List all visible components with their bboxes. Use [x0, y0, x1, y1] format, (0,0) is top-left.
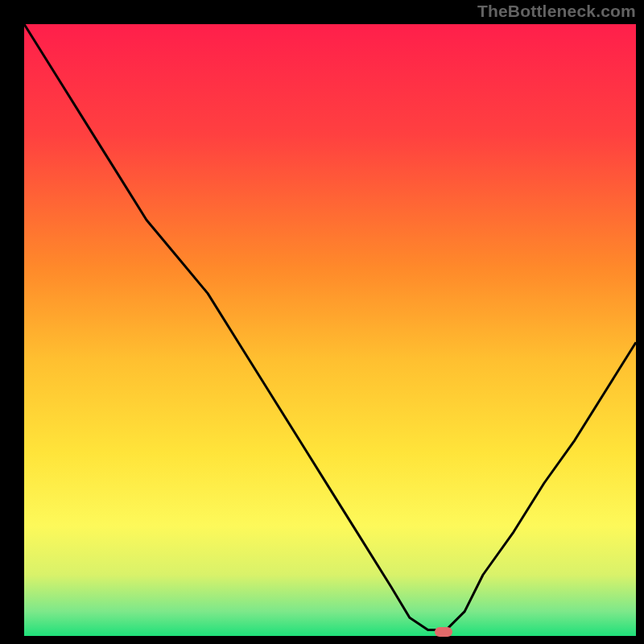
chart-background-gradient [24, 24, 636, 636]
chart-frame [24, 24, 636, 636]
bottleneck-chart [24, 24, 636, 636]
optimum-marker [435, 627, 452, 637]
watermark-text: TheBottleneck.com [477, 2, 636, 21]
